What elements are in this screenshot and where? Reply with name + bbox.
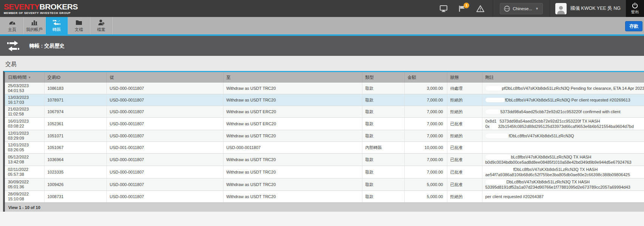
redacted-blob — [485, 180, 507, 184]
cell-datetime: 25/03/202304:01:53 — [5, 83, 44, 94]
column-header-type[interactable]: 類型 — [362, 72, 404, 83]
active-tab-notch — [55, 19, 61, 22]
cell-datetime: 21/02/202311:02:58 — [5, 106, 44, 118]
logout-button[interactable]: 登出 — [626, 0, 644, 17]
sort-caret-icon: ▼ — [28, 76, 31, 79]
cell-datetime: 12/01/202303:29:09 — [5, 130, 44, 142]
monitor-icon[interactable] — [439, 5, 448, 12]
table-header-row: 日期/時間▼交易ID從至類型金額狀態附註 — [5, 72, 644, 83]
cell-datetime: 12/01/202303:26:05 — [5, 142, 44, 154]
profile-icon: i — [98, 19, 105, 26]
cell-transaction-id: 1086183 — [44, 83, 106, 94]
table-row[interactable]: 28/09/202215:10:081008731USD-000-0011807… — [5, 191, 644, 203]
cell-status: 已批准 — [447, 154, 482, 166]
logout-label: 登出 — [631, 9, 639, 15]
table-row[interactable]: 12/01/202303:26:051051067USD-001-0011807… — [5, 142, 644, 154]
cell-from: USD-001-0011807 — [106, 142, 223, 154]
pagination-summary: View 1 - 10 of 10 — [5, 203, 644, 212]
cell-transaction-id: 1023335 — [44, 166, 106, 178]
tab-home[interactable]: 主頁 — [1, 17, 23, 34]
brand-name-right: BROKERS — [40, 2, 78, 11]
cell-from: USD-000-0011807 — [106, 83, 223, 94]
accounts-icon — [31, 19, 38, 26]
cell-note — [482, 142, 644, 154]
cell-amount: 10,000.00 — [404, 142, 447, 154]
dashboard-icon — [9, 19, 16, 26]
table-row[interactable]: 12/01/202303:29:091051071USD-000-0011807… — [5, 130, 644, 142]
cell-type: 取款 — [362, 154, 404, 166]
cell-note: per client requested #20264387 — [482, 191, 644, 203]
documents-icon — [75, 19, 82, 26]
tab-label: 轉賬 — [52, 27, 61, 32]
redacted-blob — [485, 134, 509, 138]
cell-note: DbLc8fbsV47sKXb8dx51LzRcN3Q TX HASH53395… — [482, 178, 644, 191]
warning-icon[interactable] — [476, 5, 484, 12]
cell-status: 已批准 — [447, 166, 482, 178]
cell-to: Withdraw as USDT TRC20 — [223, 166, 362, 178]
cell-amount: 7,000.00 — [404, 106, 447, 118]
column-header-note[interactable]: 附註 — [482, 72, 644, 83]
deposit-button[interactable]: 存款 — [625, 21, 642, 31]
user-menu[interactable]: 國儀 KWOK YEE 吳 NG — [555, 3, 621, 14]
cell-type: 取款 — [362, 191, 404, 203]
table-row[interactable]: 25/03/202304:01:531086183USD-000-0011807… — [5, 83, 644, 94]
cell-transaction-id: 1036964 — [44, 154, 106, 166]
cell-to: Withdraw as USDT TRC20 — [223, 154, 362, 166]
power-icon — [632, 3, 638, 9]
cell-transaction-id: 1008731 — [44, 191, 106, 203]
flag-icon[interactable]: 1 — [458, 5, 466, 12]
page-title: 轉帳 : 交易歷史 — [29, 43, 65, 49]
topbar-separator — [493, 0, 493, 17]
cell-type: 取款 — [362, 166, 404, 178]
cell-transaction-id: 1051071 — [44, 130, 106, 142]
cell-amount: 3,000.00 — [404, 83, 447, 94]
brand-subtitle: MEMBER OF SEVENTY INVESTECH GROUP — [4, 12, 78, 15]
column-header-date[interactable]: 日期/時間▼ — [5, 72, 44, 83]
cell-note: bLc8fbsV47sKXb8dx51LzRcN3Q TX HASHb0d9c0… — [482, 154, 644, 166]
cell-type: 取款 — [362, 94, 404, 106]
tab-documents[interactable]: 文檔 — [68, 17, 90, 34]
table-row[interactable]: 21/02/202311:02:581067974USD-000-0011807… — [5, 106, 644, 118]
language-selected-label: Chinese... — [513, 6, 532, 11]
cell-type: 取款 — [362, 130, 404, 142]
tab-my-accounts[interactable]: 我的帳戶 — [23, 17, 46, 34]
cell-to: Withdraw as USDT TRC20 — [223, 130, 362, 142]
table-row[interactable]: 16/01/202303:08:221052361USD-000-0011807… — [5, 118, 644, 130]
page-header: 轉帳 : 交易歷史 — [0, 36, 644, 56]
cell-from: USD-000-0011807 — [106, 94, 223, 106]
column-header-amount[interactable]: 金額 — [404, 72, 447, 83]
cell-amount: 7,000.00 — [404, 94, 447, 106]
cell-amount: 5,000.00 — [404, 191, 447, 203]
cell-from: USD-000-0011807 — [106, 130, 223, 142]
cell-to: Withdraw as USDT TRC20 — [223, 191, 362, 203]
cell-type: 取款 — [362, 106, 404, 118]
language-selector[interactable]: Chinese... ▼ — [500, 3, 543, 14]
table-row[interactable]: 30/09/202205:01:361009426USD-000-0011807… — [5, 178, 644, 191]
cell-to: Withdraw as USDT TRC20 — [223, 178, 362, 191]
topbar-separator — [550, 0, 550, 17]
table-row[interactable]: 05/12/202213:42:081036964USD-000-0011807… — [5, 154, 644, 166]
redacted-blob — [485, 167, 513, 172]
cell-type: 取款 — [362, 118, 404, 130]
redacted-blob — [485, 86, 502, 91]
cell-note: fDbLc8fbsV47sKXb8dx51LzRcN3Q — [482, 130, 644, 142]
column-header-from[interactable]: 從 — [106, 72, 223, 83]
avatar-icon — [555, 3, 567, 14]
tab-label: 檔案 — [97, 27, 105, 32]
cell-status: 拒絕的 — [447, 94, 482, 106]
tab-profile[interactable]: i檔案 — [90, 17, 112, 34]
column-header-status[interactable]: 狀態 — [447, 72, 482, 83]
table-row[interactable]: 02/11/202205:57:381023335USD-000-0011807… — [5, 166, 644, 178]
tab-label: 文檔 — [75, 27, 83, 32]
cell-datetime: 05/12/202213:42:08 — [5, 154, 44, 166]
brand-logo: SEVENTYBROKERS MEMBER OF SEVENTY INVESTE… — [4, 3, 78, 15]
cell-to: Withdraw as USDT TRC20 — [223, 83, 362, 94]
cell-from: USD-000-0011807 — [106, 191, 223, 203]
transfer-icon — [7, 41, 20, 51]
cell-note: fDbLc8fbsV47sKXb8dx51LzRcN3Q TX HASHae54… — [482, 166, 644, 178]
cell-amount: 7,000.00 — [404, 118, 447, 130]
cell-from: USD-000-0011807 — [106, 154, 223, 166]
column-header-id[interactable]: 交易ID — [44, 72, 106, 83]
table-row[interactable]: 13/03/202316:17:031078971USD-000-0011807… — [5, 94, 644, 106]
column-header-to[interactable]: 至 — [223, 72, 362, 83]
